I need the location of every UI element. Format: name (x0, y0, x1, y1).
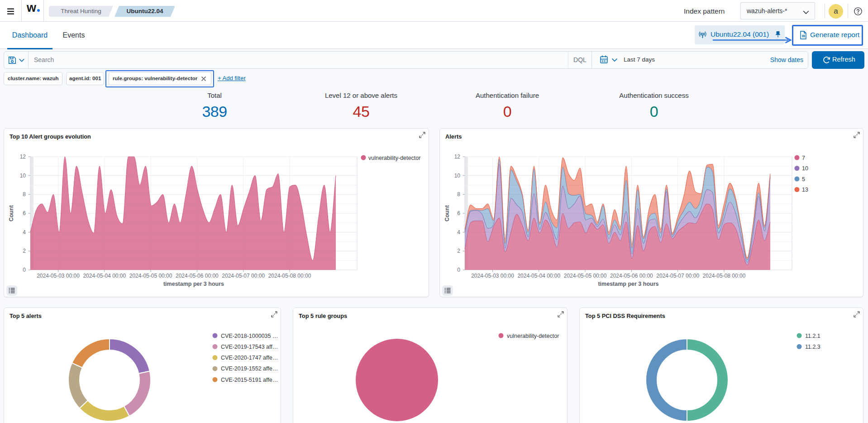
svg-text:11.2.1: 11.2.1 (805, 333, 820, 339)
divider (21, 0, 22, 22)
filter-pill-rule-groups[interactable]: rule.groups: vulnerability-detector (109, 72, 211, 85)
refresh-button[interactable]: Refresh (812, 51, 864, 69)
svg-text:6: 6 (457, 210, 460, 216)
svg-text:8: 8 (23, 191, 26, 197)
svg-text:2: 2 (457, 248, 460, 254)
inspect-list-button[interactable] (6, 285, 17, 296)
divider (825, 4, 825, 18)
pie-chart-svg: 11.2.111.2.3 (580, 308, 863, 423)
area-chart-alert-groups[interactable]: 2024-05-03 00:002024-05-04 00:002024-05-… (4, 129, 429, 298)
breadcrumb-agent[interactable]: Ubuntu22.04 (114, 6, 175, 17)
svg-text:vulnerability-detector: vulnerability-detector (368, 155, 420, 161)
svg-text:2024-05-07 00:00: 2024-05-07 00:00 (222, 273, 265, 279)
area-chart-alerts[interactable]: 2024-05-03 00:002024-05-04 00:002024-05-… (440, 129, 864, 298)
svg-text:6: 6 (23, 210, 26, 216)
agent-signal-icon (699, 31, 706, 38)
svg-text:2024-05-03 00:00: 2024-05-03 00:00 (471, 273, 514, 279)
help-icon[interactable] (854, 7, 863, 16)
divider (848, 4, 848, 18)
svg-text:2: 2 (23, 248, 26, 254)
panel-top5-rule-groups: Top 5 rule groups vulnerability-detector (293, 308, 568, 423)
module-tabbar: Dashboard Events Ubuntu22.04 (001) (0, 22, 868, 49)
svg-text:2024-05-06 00:00: 2024-05-06 00:00 (176, 273, 219, 279)
svg-text:11.2.3: 11.2.3 (805, 344, 820, 350)
calendar-icon (596, 52, 619, 68)
stat-total-value: 389 (141, 103, 288, 120)
panel-top5-alerts: Top 5 alerts CVE-2018-1000035 …CVE-2019-… (4, 308, 281, 423)
svg-text:timestamp per 3 hours: timestamp per 3 hours (598, 281, 658, 287)
pin-icon[interactable] (774, 31, 782, 38)
wazuh-logo[interactable]: w. (27, 0, 40, 19)
stat-auth-failure-value: 0 (434, 103, 581, 120)
stat-level12: Level 12 or above alerts 45 (288, 91, 434, 120)
list-icon (9, 288, 15, 293)
svg-text:vulnerability-detector: vulnerability-detector (507, 333, 559, 339)
svg-text:2024-05-04 00:00: 2024-05-04 00:00 (83, 273, 126, 279)
breadcrumb-threat-hunting[interactable]: Threat Hunting (49, 6, 113, 17)
pinned-agent-label[interactable]: Ubuntu22.04 (001) (711, 30, 769, 38)
filter-pill-agent[interactable]: agent.id: 001 (66, 72, 104, 85)
generate-report-button[interactable]: Generate report (793, 25, 863, 46)
pinned-agent-chip[interactable]: Ubuntu22.04 (001) (695, 25, 785, 44)
show-dates-link[interactable]: Show dates (770, 56, 803, 63)
svg-text:10: 10 (454, 173, 461, 179)
svg-text:CVE-2019-17543 aff…: CVE-2019-17543 aff… (221, 344, 278, 350)
panel-top10-alert-groups: Top 10 Alert groups evolution 2024-05-03… (4, 128, 429, 297)
svg-text:2024-05-03 00:00: 2024-05-03 00:00 (37, 273, 80, 279)
svg-text:12: 12 (20, 154, 26, 160)
filter-pill-cluster[interactable]: cluster.name: wazuh (4, 72, 62, 85)
svg-text:2024-05-05 00:00: 2024-05-05 00:00 (129, 273, 172, 279)
svg-text:5: 5 (802, 176, 805, 183)
avatar[interactable]: a (829, 4, 843, 19)
add-filter-link[interactable]: + Add filter (218, 75, 246, 82)
svg-text:2024-05-08 00:00: 2024-05-08 00:00 (268, 273, 311, 279)
svg-text:4: 4 (457, 229, 460, 236)
tab-dashboard[interactable]: Dashboard (7, 22, 52, 48)
report-document-icon (800, 31, 807, 39)
svg-text:2024-05-05 00:00: 2024-05-05 00:00 (564, 273, 607, 279)
svg-text:7: 7 (802, 155, 805, 161)
stat-auth-success: Authentication success 0 (581, 91, 727, 120)
search-bar: Search DQL Last 7 days Show dates (4, 51, 808, 69)
svg-text:timestamp per 3 hours: timestamp per 3 hours (163, 281, 224, 287)
stat-auth-failure: Authentication failure 0 (434, 91, 581, 120)
stat-total: Total 389 (141, 91, 288, 120)
svg-text:0: 0 (23, 267, 26, 273)
svg-text:2024-05-04 00:00: 2024-05-04 00:00 (517, 273, 560, 279)
saved-query-menu-button[interactable] (4, 52, 29, 68)
svg-text:13: 13 (802, 187, 808, 193)
pie-chart-svg: vulnerability-detector (293, 308, 577, 423)
donut-chart-top5-pci[interactable]: 11.2.111.2.3 (580, 308, 863, 423)
list-icon (444, 288, 451, 293)
svg-text:2024-05-08 00:00: 2024-05-08 00:00 (703, 273, 746, 279)
stat-auth-success-value: 0 (581, 103, 727, 120)
svg-text:Count: Count (444, 205, 450, 221)
donut-chart-top5-alerts[interactable]: CVE-2018-1000035 …CVE-2019-17543 aff…CVE… (4, 308, 287, 423)
area-chart-svg: 2024-05-03 00:002024-05-04 00:002024-05-… (440, 129, 864, 297)
time-range-value[interactable]: Last 7 days (624, 56, 655, 63)
top-navigation-bar: w. Threat Hunting Ubuntu22.04 Index patt… (0, 0, 868, 22)
svg-text:0: 0 (457, 267, 460, 273)
menu-icon[interactable] (6, 5, 19, 17)
date-picker[interactable]: Last 7 days Show dates (591, 52, 808, 68)
search-input[interactable]: Search (34, 56, 54, 63)
svg-text:Count: Count (8, 205, 14, 221)
pie-chart-top5-rule-groups[interactable]: vulnerability-detector (293, 308, 577, 423)
tab-events[interactable]: Events (58, 22, 90, 48)
chevron-down-icon (19, 57, 25, 63)
save-icon (8, 56, 16, 64)
query-language-button[interactable]: DQL (568, 52, 591, 68)
svg-text:10: 10 (20, 173, 26, 179)
chevron-down-icon (802, 9, 810, 16)
remove-filter-icon[interactable] (201, 76, 206, 82)
inspect-list-button[interactable] (442, 285, 453, 296)
svg-text:12: 12 (454, 154, 461, 160)
index-pattern-select[interactable]: wazuh-alerts-* (740, 2, 815, 19)
svg-text:CVE-2020-1747 affe…: CVE-2020-1747 affe… (221, 355, 278, 361)
refresh-icon (823, 56, 830, 64)
divider (43, 0, 44, 22)
area-chart-svg: 2024-05-03 00:002024-05-04 00:002024-05-… (4, 129, 429, 297)
svg-text:CVE-2018-1000035 …: CVE-2018-1000035 … (221, 333, 278, 339)
index-pattern-label: Index pattern (684, 7, 725, 15)
svg-text:2024-05-07 00:00: 2024-05-07 00:00 (656, 273, 699, 279)
